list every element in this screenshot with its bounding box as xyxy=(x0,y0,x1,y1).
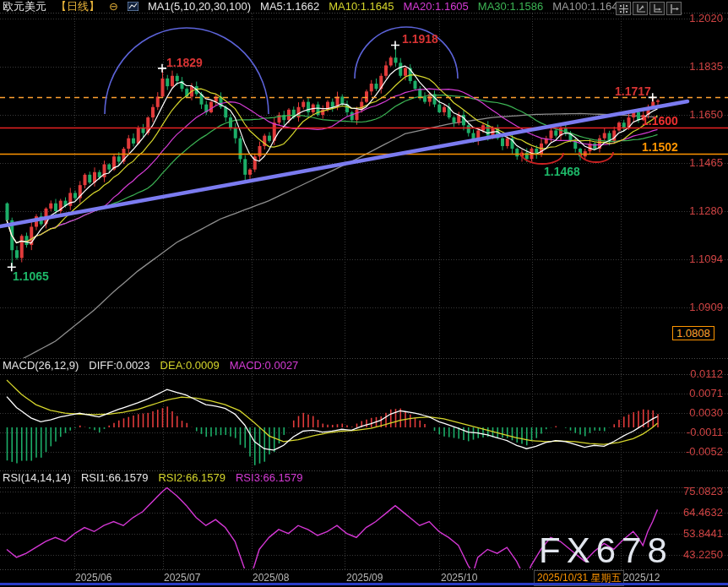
macd-axis-label: -0.0052 xyxy=(676,445,723,458)
date-axis-label: 2025/06 xyxy=(75,572,111,584)
price-axis-label: 1.1280 xyxy=(676,204,723,217)
rsi1-value: RSI1:66.1579 xyxy=(81,471,149,484)
rsi-axis-label: 43.2250 xyxy=(676,548,723,561)
rsi-header: RSI(14,14,14) RSI1:66.1579 RSI2:66.1579 … xyxy=(3,471,302,484)
macd-diff-value: DIFF:0.0023 xyxy=(89,359,149,372)
collapse-icon[interactable]: ⊖ xyxy=(109,0,118,13)
ma30-value: MA30:1.1586 xyxy=(478,0,543,13)
price-annotation: 1.1468 xyxy=(544,165,580,178)
rsi3-value: RSI3:66.1579 xyxy=(236,471,303,484)
date-axis-label: 2025/10 xyxy=(441,572,477,584)
y-axis-scale-icon[interactable] xyxy=(633,2,648,15)
rsi-axis-label: 64.4632 xyxy=(676,506,723,519)
price-axis-label: 1.2020 xyxy=(676,12,723,24)
price-annotation: 1.1600 xyxy=(642,114,678,128)
ma5-value: MA5:1.1662 xyxy=(260,0,319,13)
chart-type-icon[interactable] xyxy=(128,2,139,11)
date-axis-label: 2025/08 xyxy=(253,572,289,584)
date-axis-label: 2025/07 xyxy=(164,572,200,584)
instrument-title: 欧元美元 xyxy=(3,0,46,13)
price-annotation: 1.1502 xyxy=(642,140,678,154)
price-axis-label: 1.1650 xyxy=(676,108,723,121)
period-label[interactable]: 【日线】 xyxy=(56,0,100,13)
watermark: FX678 xyxy=(539,530,673,571)
macd-dea-value: DEA:0.0009 xyxy=(160,359,220,372)
price-axis-min-box: 1.0808 xyxy=(672,326,714,340)
price-annotation: 1.1918 xyxy=(402,32,438,46)
price-axis-label: 1.1094 xyxy=(676,253,723,265)
macd-axis-label: 0.0030 xyxy=(676,406,723,419)
crosshair-tool-icon[interactable] xyxy=(616,2,631,15)
chart-app: 欧元美元 【日线】 ⊖ MA1(5,10,20,30,100) MA5:1.16… xyxy=(0,0,728,587)
price-axis-label: 1.1835 xyxy=(676,60,723,73)
x-axis-scale-icon[interactable] xyxy=(649,2,665,15)
macd-axis-label: 0.0112 xyxy=(676,367,723,380)
scrollbar-strip[interactable] xyxy=(0,583,728,585)
chart-toolbar xyxy=(616,2,682,15)
macd-axis-label: 0.0071 xyxy=(676,387,723,399)
macd-macd-value: MACD:0.0027 xyxy=(230,359,299,372)
rsi-axis-label: 75.0823 xyxy=(676,485,723,497)
date-axis-label: 2025/09 xyxy=(346,572,383,584)
price-annotation: 1.1065 xyxy=(13,269,49,283)
price-annotation: 1.1829 xyxy=(166,56,203,69)
ma10-value: MA10:1.1645 xyxy=(329,0,394,13)
goto-latest-icon[interactable] xyxy=(666,2,682,15)
macd-params-label[interactable]: MACD(26,12,9) xyxy=(3,359,79,372)
date-axis-label: 2025/12 xyxy=(623,572,660,584)
macd-header: MACD(26,12,9) DIFF:0.0023 DEA:0.0009 MAC… xyxy=(3,359,298,372)
ma-settings-label[interactable]: MA1(5,10,20,30,100) xyxy=(148,0,251,13)
ma100-value: MA100:1.1641 xyxy=(552,0,624,13)
rsi-params-label[interactable]: RSI(14,14,14) xyxy=(3,471,71,484)
ma20-value: MA20:1.1605 xyxy=(404,0,469,13)
rsi2-value: RSI2:66.1579 xyxy=(158,471,225,484)
main-header: 欧元美元 【日线】 ⊖ MA1(5,10,20,30,100) MA5:1.16… xyxy=(3,0,624,13)
price-axis-label: 1.1465 xyxy=(676,156,723,169)
price-annotation: 1.1717 xyxy=(615,84,651,98)
rsi-axis-label: 53.8441 xyxy=(676,527,723,540)
price-axis-label: 1.0909 xyxy=(676,301,723,313)
macd-axis-label: -0.0011 xyxy=(676,426,723,438)
